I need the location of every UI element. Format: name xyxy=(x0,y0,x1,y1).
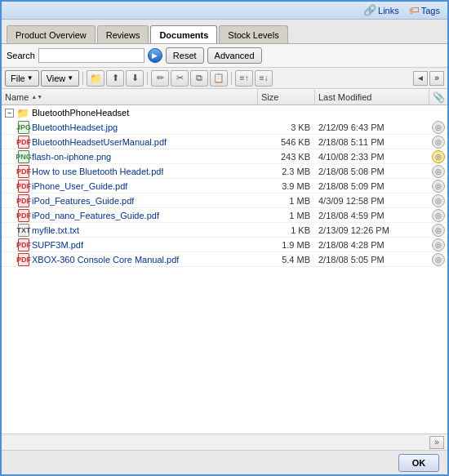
col-header-last-modified[interactable]: Last Modified xyxy=(315,89,429,105)
file-type-icon: PDF xyxy=(18,165,29,178)
search-advanced-button[interactable]: Advanced xyxy=(207,47,262,64)
view-menu-button[interactable]: View ▼ xyxy=(41,70,80,87)
file-action-icon[interactable]: ◎ xyxy=(432,224,445,237)
tags-label: Tags xyxy=(421,6,440,16)
file-action-cell: ◎ xyxy=(429,150,447,163)
folder-name: BluetoothPhoneHeadset xyxy=(32,108,129,118)
cut-icon: ✂ xyxy=(176,73,184,83)
file-action-cell: ◎ xyxy=(429,224,447,237)
tags-button[interactable]: 🏷 Tags xyxy=(407,3,442,17)
search-go-button[interactable]: ▶ xyxy=(148,48,162,63)
ok-bar: OK xyxy=(2,450,447,474)
edit-icon: ✏ xyxy=(157,73,164,83)
ok-button[interactable]: OK xyxy=(398,454,439,472)
file-name-link[interactable]: iPhone_User_Guide.pdf xyxy=(32,181,127,191)
table-row[interactable]: PDF XBOX-360 Console Core Manual.pdf 5.4… xyxy=(2,252,447,267)
file-action-icon[interactable]: ◎ xyxy=(432,209,445,222)
file-action-cell: ◎ xyxy=(429,253,447,266)
file-name-link[interactable]: BluetoothHeadset.jpg xyxy=(32,122,118,132)
file-action-icon[interactable]: ◎ xyxy=(432,253,445,266)
file-name-cell: PDF iPhone_User_Guide.pdf xyxy=(2,180,258,193)
file-action-icon[interactable]: ◎ xyxy=(432,150,445,163)
cut-button[interactable]: ✂ xyxy=(171,70,189,87)
file-date-cell: 2/18/08 4:28 PM xyxy=(315,240,429,250)
sort-desc-button[interactable]: ≡↓ xyxy=(255,70,273,87)
file-date-cell: 2/18/08 5:08 PM xyxy=(315,167,429,176)
toolbar: File ▼ View ▼ 📁 ⬆ ⬇ ✏ ✂ ⧉ 📋 xyxy=(2,68,447,89)
download-button[interactable]: ⬇ xyxy=(126,70,144,87)
tab-documents[interactable]: Documents xyxy=(150,25,217,43)
table-row[interactable]: PDF How to use Bluetooth Headet.pdf 2.3 … xyxy=(2,164,447,179)
file-menu-button[interactable]: File ▼ xyxy=(5,70,39,87)
file-name-link[interactable]: XBOX-360 Console Core Manual.pdf xyxy=(32,255,179,265)
file-action-cell: ◎ xyxy=(429,165,447,178)
file-action-icon[interactable]: ◎ xyxy=(432,121,445,134)
paste-icon: 📋 xyxy=(213,73,224,83)
file-type-icon: JPG xyxy=(18,121,29,134)
file-name-cell: PDF iPod_nano_Features_Guide.pdf xyxy=(2,209,258,222)
tab-reviews[interactable]: Reviews xyxy=(97,25,149,43)
file-action-icon[interactable]: ◎ xyxy=(432,136,445,149)
folder-collapse-button[interactable]: − xyxy=(5,109,14,118)
table-row[interactable]: PDF iPhone_User_Guide.pdf 3.9 MB 2/18/08… xyxy=(2,179,447,194)
table-row[interactable]: PDF iPod_nano_Features_Guide.pdf 1 MB 2/… xyxy=(2,208,447,223)
file-size-cell: 5.4 MB xyxy=(258,255,315,265)
copy-button[interactable]: ⧉ xyxy=(190,70,208,87)
upload-icon: ⬆ xyxy=(112,73,119,83)
new-folder-button[interactable]: 📁 xyxy=(87,70,104,87)
file-action-icon[interactable]: ◎ xyxy=(432,165,445,178)
table-row[interactable]: TXT myfile.txt.txt 1 KB 2/13/09 12:26 PM… xyxy=(2,223,447,238)
paste-button[interactable]: 📋 xyxy=(210,70,228,87)
file-action-icon[interactable]: ◎ xyxy=(432,194,445,207)
title-bar-actions: 🔗 Links 🏷 Tags xyxy=(361,3,442,17)
search-input[interactable] xyxy=(38,48,144,63)
file-action-icon[interactable]: ◎ xyxy=(432,180,445,193)
links-icon: 🔗 xyxy=(363,4,376,16)
file-name-cell: PDF XBOX-360 Console Core Manual.pdf xyxy=(2,253,258,266)
file-name-link[interactable]: flash-on-iphone.png xyxy=(32,152,111,162)
file-date-cell: 2/13/09 12:26 PM xyxy=(315,225,429,235)
copy-icon: ⧉ xyxy=(196,73,202,83)
file-action-cell: ◎ xyxy=(429,209,447,222)
file-size-cell: 3.9 MB xyxy=(258,181,315,191)
file-name-cell: PDF BluetoothHeadsetUserManual.pdf xyxy=(2,136,258,149)
tab-stock-levels[interactable]: Stock Levels xyxy=(219,25,287,43)
table-row[interactable]: PNG flash-on-iphone.png 243 KB 4/10/08 2… xyxy=(2,149,447,164)
tags-icon: 🏷 xyxy=(409,4,420,16)
search-reset-button[interactable]: Reset xyxy=(166,47,204,64)
file-name-link[interactable]: SUPF3M.pdf xyxy=(32,240,83,250)
file-type-icon: PDF xyxy=(18,238,29,251)
nav-prev-button[interactable]: ◄ xyxy=(413,71,428,86)
nav-next-button[interactable]: » xyxy=(429,71,444,86)
col-header-size[interactable]: Size xyxy=(258,89,315,105)
file-name-link[interactable]: iPod_Features_Guide.pdf xyxy=(32,196,134,206)
toolbar-sep-3 xyxy=(231,72,232,85)
file-date-cell: 2/12/09 6:43 PM xyxy=(315,122,429,132)
table-row[interactable]: PDF SUPF3M.pdf 1.9 MB 2/18/08 4:28 PM ◎ xyxy=(2,238,447,252)
upload-button[interactable]: ⬆ xyxy=(106,70,124,87)
bottom-nav-button[interactable]: » xyxy=(429,436,444,449)
folder-row[interactable]: − 📁 BluetoothPhoneHeadset xyxy=(2,105,447,120)
table-row[interactable]: PDF BluetoothHeadsetUserManual.pdf 546 K… xyxy=(2,135,447,149)
file-size-cell: 546 KB xyxy=(258,137,315,147)
file-date-cell: 4/10/08 2:33 PM xyxy=(315,152,429,162)
toolbar-right: ◄ » xyxy=(413,71,444,86)
tab-product-overview[interactable]: Product Overview xyxy=(7,25,96,43)
file-name-link[interactable]: iPod_nano_Features_Guide.pdf xyxy=(32,211,159,220)
file-dropdown-icon: ▼ xyxy=(27,74,33,82)
table-row[interactable]: PDF iPod_Features_Guide.pdf 1 MB 4/3/09 … xyxy=(2,194,447,208)
table-row[interactable]: JPG BluetoothHeadset.jpg 3 KB 2/12/09 6:… xyxy=(2,120,447,135)
edit-button[interactable]: ✏ xyxy=(151,70,169,87)
file-name-link[interactable]: BluetoothHeadsetUserManual.pdf xyxy=(32,137,167,147)
file-name-link[interactable]: myfile.txt.txt xyxy=(32,225,79,235)
links-button[interactable]: 🔗 Links xyxy=(361,3,402,17)
file-list: JPG BluetoothHeadset.jpg 3 KB 2/12/09 6:… xyxy=(2,120,447,267)
title-bar: 🔗 Links 🏷 Tags xyxy=(2,2,447,20)
file-action-icon[interactable]: ◎ xyxy=(432,238,445,251)
file-name-link[interactable]: How to use Bluetooth Headet.pdf xyxy=(32,167,163,176)
col-header-name[interactable]: Name ▲▼ xyxy=(2,89,258,105)
new-folder-icon: 📁 xyxy=(90,73,102,84)
file-size-cell: 1 MB xyxy=(258,196,315,206)
sort-asc-button[interactable]: ≡↑ xyxy=(235,70,253,87)
file-type-icon: PDF xyxy=(18,136,29,149)
